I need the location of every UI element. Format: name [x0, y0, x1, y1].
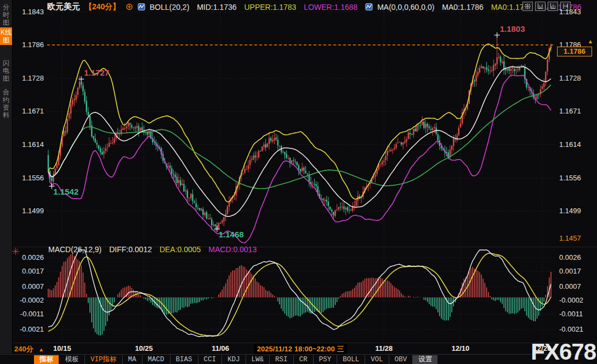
toolbar-item-8[interactable]: LW&	[246, 355, 270, 364]
highlighted-bar-time: 2025/11/12 18:00~22:00 三	[254, 344, 347, 355]
axis-zoom-left-icon[interactable]	[535, 2, 545, 11]
svg-text:1.1803: 1.1803	[500, 24, 525, 33]
toolbar-item-14[interactable]: OBV	[389, 355, 413, 364]
price-tick-right-5: 1.1556	[559, 174, 581, 183]
toolbar-item-7[interactable]: KDJ	[222, 355, 246, 364]
toolbar-item-4[interactable]: MACD	[143, 355, 170, 364]
boll-mid-value: MID:1.1736	[197, 3, 236, 12]
toolbar-item-2[interactable]: VIP指标	[85, 355, 123, 364]
macd-params: MACD(26,12,9)	[48, 245, 101, 254]
left-sidebar: 分时图K线图闪电图合约资料	[0, 0, 13, 354]
price-tick-left-1: 1.1786	[15, 41, 44, 49]
date-tick-0: 10/15	[43, 344, 81, 352]
date-tick-4: 12/10	[441, 344, 480, 352]
toolbar-item-3[interactable]: MA	[123, 355, 143, 364]
sidebar-item-1[interactable]: K线图	[0, 27, 12, 45]
ma-indicator-icon[interactable]	[365, 3, 373, 10]
price-tick-left-3: 1.1671	[15, 107, 44, 116]
price-up-arrow-icon: ▲	[588, 38, 593, 44]
timeframe-label: 【240分】	[84, 2, 120, 11]
macd-tick-right-1: 0.0017	[559, 267, 581, 276]
toolbar-item-5[interactable]: BIAS	[170, 355, 198, 364]
macd-tick-left-3: -0.0002	[15, 296, 44, 305]
timeframe-selector-label: 240分	[14, 345, 33, 353]
macd-header: MACD(26,12,9) DIFF:0.0012 DEA:0.0005 MAC…	[48, 245, 262, 254]
axis-zoom-right-icon[interactable]	[548, 2, 558, 11]
chart-header: 欧元美元 【240分】 BOLL(20,2) MID:1.1736 UPPER:…	[47, 2, 587, 12]
macd-tick-right-5: -0.0021	[559, 325, 583, 334]
macd-diff-value: DIFF:0.0012	[109, 245, 152, 254]
macd-tick-right-4: -0.0011	[559, 310, 583, 318]
price-tick-right-0: 1.1843	[559, 8, 581, 16]
price-tick-right-6: 1.1499	[559, 207, 581, 215]
toolbar-item-11[interactable]: PSY	[314, 355, 338, 364]
boll-indicator-icon[interactable]	[138, 3, 145, 10]
price-tick-right-3: 1.1671	[559, 107, 581, 116]
date-tick-1: 10/25	[125, 344, 163, 352]
date-tick-5: 12/20	[523, 344, 561, 352]
ma0-value-1: MA0:1.1786	[442, 3, 484, 12]
price-tick-left-5: 1.1556	[15, 174, 44, 183]
toolbar-item-13[interactable]: VOL	[365, 355, 389, 364]
add-compare-icon[interactable]	[126, 3, 133, 10]
macd-tick-left-0: 0.0026	[15, 253, 44, 262]
sidebar-item-0[interactable]: 分时图	[0, 2, 12, 27]
macd-dea-value: DEA:0.0005	[160, 245, 201, 254]
macd-tick-right-2: 0.0007	[559, 282, 581, 291]
date-tick-2: 11/06	[201, 344, 240, 352]
current-price-badge: 1.1786	[557, 47, 592, 56]
date-tick-3: 11/28	[365, 344, 403, 352]
price-tick-left-2: 1.1728	[15, 74, 44, 83]
boll-upper-value: UPPER:1.1783	[244, 3, 296, 12]
indicator-toolbar: 指标模板VIP指标MAMACDBIASCCIKDJLW&RSICRPSYBOLL…	[0, 354, 597, 364]
macd-tick-left-4: -0.0011	[15, 310, 44, 318]
svg-text:1.1468: 1.1468	[219, 230, 244, 239]
toolbar-item-9[interactable]: RSI	[270, 355, 294, 364]
symbol-name: 欧元美元	[47, 2, 80, 11]
sidebar-item-2[interactable]: 闪电图	[0, 58, 12, 83]
crosshair-tool-icon[interactable]	[522, 2, 533, 11]
macd-tick-left-5: -0.0021	[15, 325, 44, 334]
toolbar-item-15[interactable]: 设置	[413, 355, 437, 364]
price-tick-right-2: 1.1728	[559, 74, 581, 83]
svg-text:1.1727: 1.1727	[84, 68, 109, 77]
toolbar-item-0[interactable]: 指标	[34, 355, 59, 364]
toolbar-item-12[interactable]: BOLL	[337, 355, 365, 364]
time-axis: 240分 ▲ 2025/11/12 18:00~22:00 三 10/1510/…	[0, 344, 597, 354]
price-tick-left-0: 1.1843	[15, 8, 44, 16]
macd-tick-left-1: 0.0017	[15, 267, 44, 276]
macd-tick-right-0: 0.0026	[559, 253, 581, 262]
price-low-marker: 1.1457	[559, 234, 581, 243]
price-chart-canvas[interactable]: 1.17271.15421.14681.1803	[0, 0, 597, 364]
price-tick-left-4: 1.1614	[15, 140, 44, 149]
price-tick-right-4: 1.1614	[559, 140, 581, 149]
macd-tick-right-3: -0.0002	[559, 296, 583, 305]
macd-tick-left-2: 0.0007	[15, 282, 44, 291]
boll-lower-value: LOWER:1.1688	[304, 3, 357, 12]
macd-macd-value: MACD:0.0013	[208, 245, 257, 254]
sidebar-item-3[interactable]: 合约资料	[0, 87, 12, 120]
boll-params: BOLL(20,2)	[150, 3, 189, 12]
toolbar-item-10[interactable]: CR	[294, 355, 314, 364]
toolbar-item-1[interactable]: 模板	[60, 355, 85, 364]
toolbar-item-6[interactable]: CCI	[198, 355, 223, 364]
timeframe-selector[interactable]: 240分 ▲	[14, 344, 44, 354]
svg-text:1.1542: 1.1542	[53, 187, 78, 196]
ma-params: MA(0,0,0,60,0,0)	[377, 3, 434, 12]
price-tick-left-6: 1.1499	[15, 207, 44, 215]
